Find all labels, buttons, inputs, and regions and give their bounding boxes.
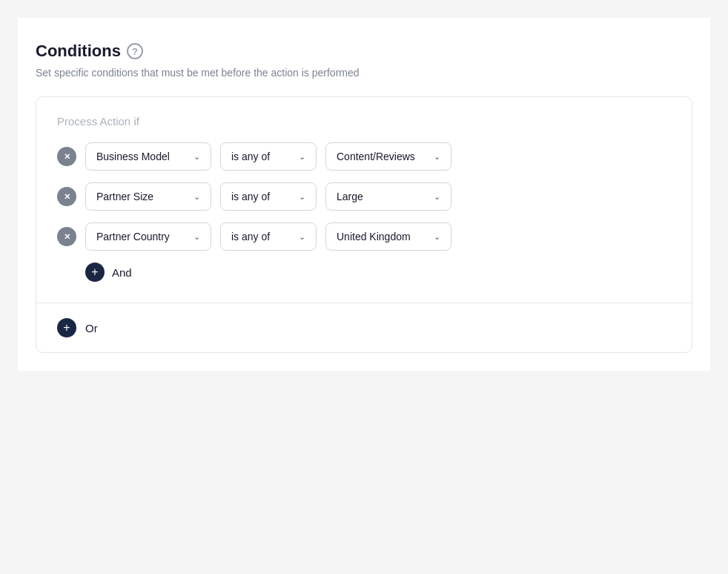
value-dropdown-1[interactable]: Content/Reviews ⌄ xyxy=(325,142,451,171)
chevron-down-icon: ⌄ xyxy=(434,192,440,202)
page-container: Conditions ? Set specific conditions tha… xyxy=(18,18,710,371)
value-dropdown-1-label: Content/Reviews xyxy=(337,151,415,162)
value-dropdown-2[interactable]: Large ⌄ xyxy=(325,182,451,211)
and-label: And xyxy=(112,266,132,279)
operator-dropdown-3-label: is any of xyxy=(231,231,270,243)
value-dropdown-3-label: United Kingdom xyxy=(337,231,411,243)
add-condition-button[interactable] xyxy=(85,263,105,282)
chevron-down-icon: ⌄ xyxy=(434,232,440,242)
value-dropdown-2-label: Large xyxy=(337,191,363,202)
condition-row: Partner Country ⌄ is any of ⌄ United Kin… xyxy=(57,222,671,251)
chevron-down-icon: ⌄ xyxy=(299,152,305,162)
value-dropdown-3[interactable]: United Kingdom ⌄ xyxy=(325,222,451,251)
or-section: Or xyxy=(36,303,692,352)
condition-row: Business Model ⌄ is any of ⌄ Content/Rev… xyxy=(57,142,671,171)
conditions-card: Process Action if Business Model ⌄ is an… xyxy=(36,96,692,353)
condition-row: Partner Size ⌄ is any of ⌄ Large ⌄ xyxy=(57,182,671,211)
conditions-title-row: Conditions ? xyxy=(36,42,692,61)
operator-dropdown-1[interactable]: is any of ⌄ xyxy=(220,142,317,171)
field-dropdown-1-label: Business Model xyxy=(96,151,170,162)
add-group-button[interactable] xyxy=(57,318,76,337)
remove-condition-2-button[interactable] xyxy=(57,187,76,206)
field-dropdown-2[interactable]: Partner Size ⌄ xyxy=(85,182,211,211)
chevron-down-icon: ⌄ xyxy=(193,152,200,162)
chevron-down-icon: ⌄ xyxy=(299,232,305,242)
process-action-section: Process Action if Business Model ⌄ is an… xyxy=(36,97,692,303)
operator-dropdown-2[interactable]: is any of ⌄ xyxy=(220,182,317,211)
chevron-down-icon: ⌄ xyxy=(193,232,200,242)
remove-condition-1-button[interactable] xyxy=(57,147,76,166)
field-dropdown-3-label: Partner Country xyxy=(96,231,170,243)
or-label: Or xyxy=(85,322,98,334)
help-icon[interactable]: ? xyxy=(127,43,143,59)
process-action-label: Process Action if xyxy=(57,115,671,128)
chevron-down-icon: ⌄ xyxy=(299,192,305,202)
operator-dropdown-2-label: is any of xyxy=(231,191,270,202)
operator-dropdown-3[interactable]: is any of ⌄ xyxy=(220,222,317,251)
page-title: Conditions xyxy=(36,42,121,61)
field-dropdown-1[interactable]: Business Model ⌄ xyxy=(85,142,211,171)
chevron-down-icon: ⌄ xyxy=(434,152,440,162)
field-dropdown-2-label: Partner Size xyxy=(96,191,153,202)
and-row: And xyxy=(57,263,671,282)
field-dropdown-3[interactable]: Partner Country ⌄ xyxy=(85,222,211,251)
chevron-down-icon: ⌄ xyxy=(193,192,200,202)
conditions-subtitle: Set specific conditions that must be met… xyxy=(36,67,692,79)
operator-dropdown-1-label: is any of xyxy=(231,151,270,162)
remove-condition-3-button[interactable] xyxy=(57,227,76,246)
